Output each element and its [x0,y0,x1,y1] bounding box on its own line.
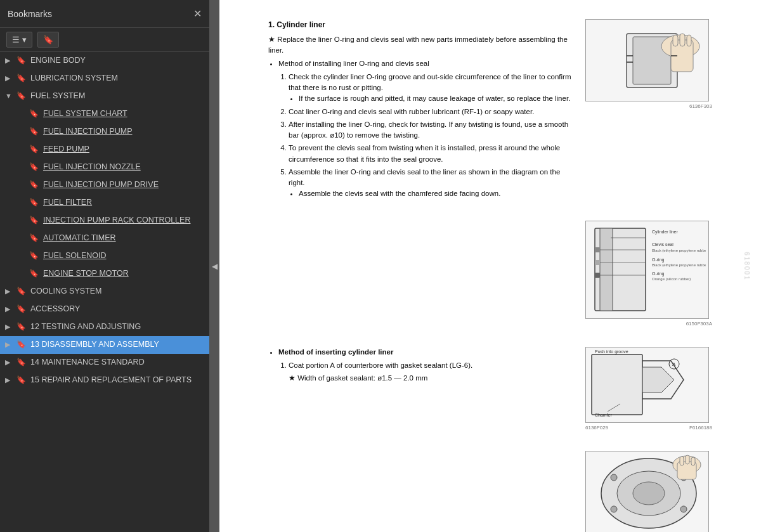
sidebar-label-cooling-system: COOLING SYSTEM [30,286,204,296]
sidebar-item-cooling-system[interactable]: ▶🔖COOLING SYSTEM [0,283,209,301]
sidebar-label-fuel-injection-pump-drive: FUEL INJECTION PUMP DRIVE [43,179,204,190]
sidebar-label-engine-stop-motor: ENGINE STOP MOTOR [43,268,204,278]
bookmark-icon-cooling-system: 🔖 [16,287,27,297]
sidebar-label-fuel-filter: FUEL FILTER [43,197,204,207]
arrow-fuel-system: ▼ [5,91,15,100]
svg-point-40 [680,506,687,512]
svg-text:Clevis seal: Clevis seal [652,242,673,247]
sidebar: Bookmarks ✕ ☰ ▾ 🔖 ▶🔖ENGINE BODY▶🔖LUBRICA… [0,0,209,532]
sidebar-item-fuel-solenoid[interactable]: 🔖FUEL SOLENOID [0,247,209,265]
bookmark-icon-disassembly-assembly: 🔖 [16,340,27,350]
svg-rect-11 [600,228,613,311]
side-label: 618001 [743,252,750,280]
sub-step-5: Assemble the clevis seal with the chamfe… [299,188,573,199]
bookmark-icon-fuel-injection-nozzle: 🔖 [29,162,39,172]
section-text-1: 1. Cylinder liner Replace the liner O-ri… [268,19,573,202]
sidebar-item-fuel-system[interactable]: ▼🔖FUEL SYSTEM [0,88,209,105]
section-text-4 [268,451,573,462]
sidebar-item-testing-adjusting[interactable]: ▶🔖12 TESTING AND ADJUSTING [0,318,209,336]
sidebar-label-disassembly-assembly: 13 DISASSEMBLY AND ASSEMBLY [30,339,204,349]
bookmark-icon-injection-pump-rack-controller: 🔖 [29,216,39,226]
sidebar-label-engine-body: ENGINE BODY [30,55,204,65]
arrow-maintenance-standard: ▶ [5,358,15,367]
bookmark-icon-maintenance-standard: 🔖 [16,358,27,368]
sidebar-item-lubrication-system[interactable]: ▶🔖LUBRICATION SYSTEM [0,70,209,88]
svg-text:Push into groove: Push into groove [595,349,628,354]
diagram-4-container: 5T521-759 [585,451,712,533]
svg-point-36 [633,482,665,505]
diagram-3-container: Push into groove Chamfer A 6136F029 F616… [585,347,712,432]
diagram-4 [585,451,709,533]
insert-star-1: Width of gasket sealant: ø1.5 — 2.0 mm [289,373,573,384]
sidebar-item-injection-pump-rack-controller[interactable]: 🔖INJECTION PUMP RACK CONTROLLER [0,212,209,230]
sidebar-item-feed-pump[interactable]: 🔖FEED PUMP [0,141,209,159]
step-5: Assemble the liner O-ring and clevis sea… [289,167,573,200]
svg-rect-43 [680,457,684,465]
diagram-3-code2: F6166188 [689,424,712,432]
arrow-accessory: ▶ [5,304,15,313]
sidebar-item-repair-replacement[interactable]: ▶🔖15 REPAIR AND REPLACEMENT OF PARTS [0,372,209,389]
sidebar-item-disassembly-assembly[interactable]: ▶🔖13 DISASSEMBLY AND ASSEMBLY [0,336,209,354]
list-view-button[interactable]: ☰ ▾ [6,32,32,48]
arrow-testing-adjusting: ▶ [5,322,15,331]
sidebar-label-automatic-timer: AUTOMATIC TIMER [43,233,204,243]
close-button[interactable]: ✕ [193,8,202,20]
section-diagram-4: 5T521-759 [268,451,712,533]
svg-text:A: A [672,361,676,367]
sidebar-item-fuel-filter[interactable]: 🔖FUEL FILTER [0,194,209,212]
sidebar-label-fuel-system: FUEL SYSTEM [30,91,204,101]
sidebar-item-maintenance-standard[interactable]: ▶🔖14 MAINTENANCE STANDARD [0,354,209,372]
svg-text:Chamfer: Chamfer [595,413,613,417]
svg-rect-13 [595,260,600,265]
collapse-handle[interactable]: ◀ [209,0,219,532]
sidebar-item-accessory[interactable]: ▶🔖ACCESSORY [0,301,209,318]
document-page[interactable]: 1. Cylinder liner Replace the liner O-ri… [219,0,761,532]
bookmark-icon-engine-body: 🔖 [16,56,27,66]
diagram-1-svg [589,21,706,100]
step-2: Coat liner O-ring and clevis seal with r… [289,107,573,117]
sidebar-item-fuel-system-chart[interactable]: 🔖FUEL SYSTEM CHART [0,105,209,123]
step-4: To prevent the clevis seal from twisting… [289,143,573,165]
sidebar-item-fuel-injection-pump[interactable]: 🔖FUEL INJECTION PUMP [0,123,209,141]
sidebar-item-fuel-injection-nozzle[interactable]: 🔖FUEL INJECTION NOZZLE [0,159,209,176]
bookmark-icon-fuel-filter: 🔖 [29,198,39,208]
svg-rect-44 [686,455,689,464]
arrow-lubrication-system: ▶ [5,74,15,82]
sidebar-header: Bookmarks ✕ [0,0,209,28]
diagram-3-code1: 6136F029 [585,424,608,432]
sidebar-content[interactable]: ▶🔖ENGINE BODY▶🔖LUBRICATION SYSTEM▼🔖FUEL … [0,52,209,532]
diagram-2-svg: Cylinder liner Clevis seal Black (ethyle… [589,222,706,317]
main-content: ◀ 1. Cylinder liner Replace the liner O-… [209,0,761,532]
bookmark-icon-fuel-solenoid: 🔖 [29,251,39,261]
sidebar-title: Bookmarks [8,9,52,19]
arrow-engine-body: ▶ [5,56,15,65]
arrow-cooling-system: ▶ [5,287,15,295]
section-cylinder-liner: 1. Cylinder liner Replace the liner O-ri… [268,19,712,202]
bookmark-icon-lubrication-system: 🔖 [16,74,27,84]
section-inserting: Method of inserting cylinder liner Coat … [268,347,712,432]
bookmark-view-button[interactable]: 🔖 [37,32,59,48]
section-title-1: 1. Cylinder liner [268,19,573,30]
arrow-disassembly-assembly: ▶ [5,340,15,349]
section-diagram-2: Cylinder liner Clevis seal Black (ethyle… [268,221,712,328]
doc-content: 1. Cylinder liner Replace the liner O-ri… [268,19,712,532]
sidebar-item-engine-body[interactable]: ▶🔖ENGINE BODY [0,52,209,70]
bookmark-icon-fuel-system-chart: 🔖 [29,109,39,119]
svg-text:Orange (silicon rubber): Orange (silicon rubber) [652,277,691,281]
sidebar-label-fuel-solenoid: FUEL SOLENOID [43,250,204,261]
svg-text:Black (ethylene propylene rubb: Black (ethylene propylene rubber) [652,249,706,252]
sidebar-label-repair-replacement: 15 REPAIR AND REPLACEMENT OF PARTS [30,375,204,385]
sidebar-label-feed-pump: FEED PUMP [43,144,204,154]
step-1: Check the cylinder liner O-ring groove a… [289,72,573,105]
svg-rect-14 [595,273,600,278]
sidebar-item-automatic-timer[interactable]: 🔖AUTOMATIC TIMER [0,230,209,247]
sidebar-item-fuel-injection-pump-drive[interactable]: 🔖FUEL INJECTION PUMP DRIVE [0,176,209,194]
sidebar-label-fuel-injection-nozzle: FUEL INJECTION NOZZLE [43,162,204,172]
bookmark-icon-feed-pump: 🔖 [29,145,39,155]
diagram-3-codes: 6136F029 F6166188 [585,423,712,432]
diagram-2-container: Cylinder liner Clevis seal Black (ethyle… [585,221,712,328]
svg-text:Black (ethylene propylene rubb: Black (ethylene propylene rubber) [652,263,706,267]
sidebar-label-lubrication-system: LUBRICATION SYSTEM [30,73,204,83]
diagram-1-container: 6136F303 [585,19,712,110]
sidebar-item-engine-stop-motor[interactable]: 🔖ENGINE STOP MOTOR [0,265,209,283]
